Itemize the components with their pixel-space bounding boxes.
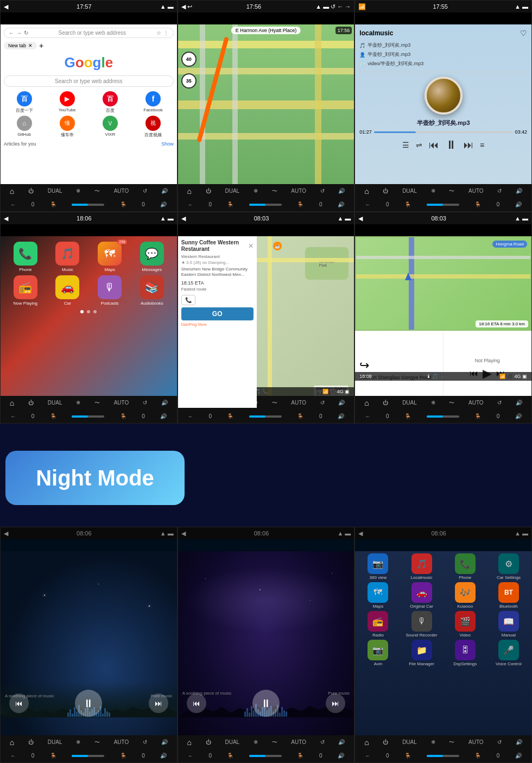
carplay-nowplaying[interactable]: 📻 Now Playing — [6, 275, 45, 306]
temp-slider-night1[interactable] — [72, 755, 104, 757]
poi-close-btn[interactable]: ✕ — [248, 242, 254, 250]
shortcut-vixr[interactable]: V VIXR — [90, 116, 130, 138]
shortcut-baiduvideo[interactable]: 视 百度视频 — [132, 116, 173, 138]
navmusic-back-btn[interactable]: ◀ — [358, 215, 363, 222]
night1-back-btn[interactable]: ◀ — [4, 530, 8, 537]
vol-icon-r-night2[interactable]: 🔊 — [338, 753, 344, 759]
night3-localmusic[interactable]: 🎵 Localmusic — [401, 553, 442, 580]
night2-next-btn[interactable]: ⏭ — [326, 693, 345, 713]
vol-icon-r-night1[interactable]: 🔊 — [160, 753, 167, 759]
vol-icon-map[interactable]: 🔊 — [338, 188, 345, 194]
pause-icon[interactable]: ⏸ — [445, 138, 457, 152]
home-btn[interactable]: ⌂ — [10, 187, 14, 196]
recycle-icon-night3[interactable]: ↺ — [497, 739, 502, 745]
add-tab-icon[interactable]: + — [39, 41, 43, 50]
night3-kuwooo[interactable]: 🎶 Kuwooo — [445, 582, 486, 609]
shuffle-icon[interactable]: ⇌ — [416, 141, 422, 149]
night3-carsettings[interactable]: ⚙ Car Settings — [488, 553, 529, 580]
star-icon[interactable]: ☆ — [156, 30, 161, 36]
playlist-icon[interactable]: ☰ — [402, 141, 409, 149]
night3-originalcar[interactable]: 🚗 Original Car — [401, 582, 442, 609]
back-arrow-night2[interactable]: ← — [188, 753, 193, 759]
menu-icon[interactable]: ⋮ — [163, 30, 169, 36]
night3-dspsettings[interactable]: 🎛 DspSettings — [445, 640, 486, 666]
back-btn[interactable]: ◀ — [4, 3, 8, 10]
night3-voicecontrol[interactable]: 🎤 Voice Control — [488, 640, 529, 666]
carplay-podcasts[interactable]: 🎙 Podcasts — [90, 275, 129, 306]
vol-icon-r[interactable]: 🔊 — [160, 201, 167, 207]
temp-slider-night3[interactable] — [427, 755, 459, 757]
recycle-icon-poi[interactable]: ↺ — [320, 400, 325, 406]
browser-nav-back[interactable]: ← — [9, 30, 14, 36]
recycle-icon-navmusic[interactable]: ↺ — [497, 400, 502, 406]
night1-next-btn[interactable]: ⏭ — [149, 693, 168, 713]
track3[interactable]: 💿video/半壶纱_刘珂矣.mp3 — [359, 59, 527, 68]
night3-filemanager[interactable]: 📁 File Manager — [401, 640, 442, 666]
temp-slider-navmusic[interactable] — [427, 415, 459, 418]
shortcut-baidu[interactable]: 百 百度一下 — [4, 91, 45, 113]
recycle-icon-map[interactable]: ↺ — [320, 188, 325, 194]
home-btn-map[interactable]: ⌂ — [187, 187, 192, 196]
map-back-btn[interactable]: ◀ ↩ — [181, 3, 192, 10]
poi-back-btn[interactable]: ◀ — [181, 215, 186, 222]
vol-icon-r-navmusic[interactable]: 🔊 — [515, 413, 522, 419]
vol-icon-navmusic[interactable]: 🔊 — [516, 400, 522, 406]
back-arrow-night1[interactable]: ← — [10, 753, 16, 759]
vol-icon-night1[interactable]: 🔊 — [161, 739, 168, 745]
night2-play-btn[interactable]: ⏸ — [252, 690, 280, 717]
recycle-icon-night2[interactable]: ↺ — [320, 739, 325, 745]
home-btn-carplay[interactable]: ⌂ — [10, 399, 14, 407]
night2-prev-btn[interactable]: ⏮ — [187, 693, 206, 713]
next-icon[interactable]: ⏭ — [464, 140, 473, 151]
close-tab-icon[interactable]: ✕ — [28, 43, 33, 48]
back-arrow-map[interactable]: ← — [188, 201, 193, 207]
carplay-back-btn[interactable]: ◀ — [4, 215, 8, 222]
power-btn-navmusic[interactable]: ⏻ — [383, 400, 388, 406]
recycle-icon-carplay[interactable]: ↺ — [143, 400, 147, 406]
temp-slider-carplay[interactable] — [72, 415, 104, 418]
recycle-icon-night1[interactable]: ↺ — [143, 739, 147, 745]
night3-phone[interactable]: 📞 Phone — [445, 553, 486, 580]
night3-avin[interactable]: 📷 Avin — [357, 640, 398, 666]
shortcut-youtube[interactable]: ▶ YouTube — [47, 91, 87, 113]
home-btn-navmusic[interactable]: ⌂ — [364, 399, 369, 407]
poi-go-button[interactable]: GO — [181, 307, 254, 320]
carplay-phone[interactable]: 📞 Phone — [6, 242, 45, 272]
show-label[interactable]: Show — [161, 141, 174, 147]
temp-slider-music[interactable] — [427, 204, 459, 206]
shortcut-dongchedi[interactable]: 懂 懂车帝 — [47, 116, 87, 138]
night1-play-btn[interactable]: ⏸ — [75, 690, 102, 717]
power-btn-night3[interactable]: ⏻ — [383, 739, 388, 745]
power-btn-map[interactable]: ⏻ — [206, 188, 211, 194]
browser-nav-fwd[interactable]: → — [16, 30, 22, 36]
vol-icon-night2[interactable]: 🔊 — [338, 739, 345, 745]
vol-icon-r-map[interactable]: 🔊 — [338, 201, 344, 207]
temp-slider-poi[interactable] — [249, 415, 282, 418]
browser-search-bar[interactable]: Search or type web address — [4, 75, 174, 87]
shortcut-github[interactable]: ⌂ GitHub — [4, 116, 45, 138]
recycle-icon[interactable]: ↺ — [143, 188, 147, 194]
night3-back-btn[interactable]: ◀ — [358, 530, 363, 537]
home-btn-music[interactable]: ⌂ — [364, 187, 369, 196]
back-arrow-night3[interactable]: ← — [365, 753, 371, 759]
power-btn[interactable]: ⏻ — [28, 188, 34, 194]
home-btn-night1[interactable]: ⌂ — [10, 738, 14, 747]
recycle-icon-music[interactable]: ↺ — [497, 188, 502, 194]
back-arrow-poi[interactable]: ← — [188, 413, 193, 419]
power-btn-night1[interactable]: ⏻ — [28, 739, 34, 745]
vol-icon-night3[interactable]: 🔊 — [516, 739, 522, 745]
track1[interactable]: 🎵半壶纱_刘珂矣.mp3 — [359, 41, 527, 50]
track2[interactable]: 👤半壶纱_刘珂矣.mp3 — [359, 50, 527, 59]
back-arrow-navmusic[interactable]: ← — [365, 413, 371, 419]
night2-back-btn[interactable]: ◀ — [181, 530, 186, 537]
vol-icon-r-night3[interactable]: 🔊 — [515, 753, 522, 759]
temp-slider-night2[interactable] — [249, 755, 282, 757]
night3-manual[interactable]: 📖 Manual — [488, 611, 529, 638]
carplay-music[interactable]: 🎵 Music — [48, 242, 87, 272]
carplay-car[interactable]: 🚗 Car — [48, 275, 87, 306]
vol-icon-poi[interactable]: 🔊 — [338, 400, 345, 406]
carplay-audiobooks[interactable]: 📚 Audiobooks — [132, 275, 172, 306]
eq-icon[interactable]: ≡ — [480, 141, 484, 149]
vol-icon[interactable]: 🔊 — [161, 188, 168, 194]
night3-360view[interactable]: 📷 360 view — [357, 553, 398, 580]
